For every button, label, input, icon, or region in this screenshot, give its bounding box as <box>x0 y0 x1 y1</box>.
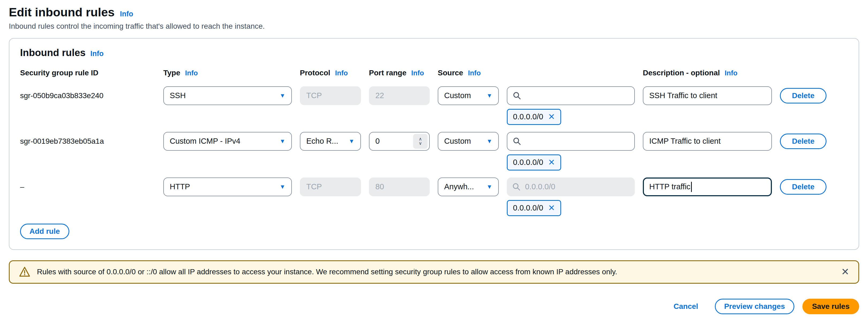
search-icon <box>512 183 521 191</box>
panel-heading: Inbound rules <box>20 47 86 58</box>
description-input[interactable]: ICMP Traffic to client <box>643 132 772 151</box>
delete-button[interactable]: Delete <box>780 88 827 104</box>
preview-changes-button[interactable]: Preview changes <box>715 299 794 314</box>
rule-row-icmp: sgr-0019eb7383eb05a1a Custom ICMP - IPv4… <box>20 132 848 177</box>
source-mode-value: Anywh... <box>444 182 474 191</box>
description-info-link[interactable]: Info <box>725 69 738 77</box>
chevron-down-icon: ▼ <box>487 92 492 99</box>
protocol-field: TCP <box>300 177 361 196</box>
search-placeholder: 0.0.0.0/0 <box>525 182 555 191</box>
warning-triangle-icon <box>19 266 31 277</box>
search-icon <box>513 91 521 100</box>
column-header-type: Type Info <box>163 68 292 77</box>
chevron-down-icon: ▼ <box>349 138 354 145</box>
port-range-info-link[interactable]: Info <box>411 69 424 77</box>
cancel-button[interactable]: Cancel <box>671 299 701 314</box>
page-subtitle: Inbound rules control the incoming traff… <box>9 22 859 31</box>
delete-button[interactable]: Delete <box>780 179 827 195</box>
rule-row-ssh: sgr-050b9ca03b833e240 SSH ▼ TCP 22 Custo… <box>20 86 848 132</box>
page-header: Edit inbound rules Info Inbound rules co… <box>0 0 868 31</box>
port-range-value: 0 <box>375 137 380 146</box>
warning-text: Rules with source of 0.0.0.0/0 or ::/0 a… <box>37 268 617 276</box>
text-cursor <box>691 182 692 192</box>
delete-button[interactable]: Delete <box>780 134 827 149</box>
type-select-value: HTTP <box>170 182 190 191</box>
source-chip-cell: 0.0.0.0/0 ✕ <box>507 155 635 170</box>
stepper-arrows-icon[interactable]: ∧ ∨ <box>413 134 428 149</box>
description-input-focused[interactable]: HTTP traffic <box>643 177 772 196</box>
protocol-info-link[interactable]: Info <box>335 69 348 77</box>
column-header-port-range: Port range Info <box>369 68 430 77</box>
protocol-select-value: Echo R... <box>306 137 338 146</box>
chevron-down-icon: ▼ <box>280 138 285 145</box>
save-rules-button[interactable]: Save rules <box>802 299 859 314</box>
source-search-input-disabled: 0.0.0.0/0 <box>507 177 635 196</box>
type-select-value: SSH <box>170 91 186 100</box>
remove-chip-icon[interactable]: ✕ <box>548 203 555 213</box>
type-select-value: Custom ICMP - IPv4 <box>170 137 241 146</box>
description-input[interactable]: SSH Traffic to client <box>643 86 772 105</box>
source-chip-cell: 0.0.0.0/0 ✕ <box>507 200 635 216</box>
page-title-info-link[interactable]: Info <box>120 10 133 18</box>
port-range-stepper[interactable]: 0 ∧ ∨ <box>369 132 430 151</box>
search-icon <box>513 137 521 146</box>
rule-id: sgr-0019eb7383eb05a1a <box>20 137 155 146</box>
cidr-chip-label: 0.0.0.0/0 <box>513 158 543 167</box>
rule-id: – <box>20 183 155 191</box>
column-header-row: Security group rule ID Type Info Protoco… <box>20 68 848 77</box>
type-select[interactable]: Custom ICMP - IPv4 ▼ <box>163 132 292 151</box>
page-title: Edit inbound rules <box>9 5 115 19</box>
column-header-source: Source Info <box>438 68 499 77</box>
close-icon[interactable]: ✕ <box>841 267 849 277</box>
type-select[interactable]: SSH ▼ <box>163 86 292 105</box>
source-search-input[interactable] <box>507 132 635 151</box>
rule-id: sgr-050b9ca03b833e240 <box>20 91 155 100</box>
protocol-select[interactable]: Echo R... ▼ <box>300 132 361 151</box>
column-header-rule-id: Security group rule ID <box>20 68 155 77</box>
chevron-down-icon: ▼ <box>487 184 492 190</box>
chevron-down-icon: ▼ <box>280 92 285 99</box>
column-header-protocol: Protocol Info <box>300 68 361 77</box>
remove-chip-icon[interactable]: ✕ <box>548 157 555 167</box>
cidr-chip: 0.0.0.0/0 ✕ <box>507 109 561 125</box>
source-info-link[interactable]: Info <box>468 69 481 77</box>
footer-actions: Cancel Preview changes Save rules <box>9 299 859 314</box>
cidr-chip-label: 0.0.0.0/0 <box>513 112 543 121</box>
panel-heading-info-link[interactable]: Info <box>91 50 103 58</box>
type-info-link[interactable]: Info <box>185 69 198 77</box>
port-range-field: 22 <box>369 86 430 105</box>
source-mode-value: Custom <box>444 137 471 146</box>
source-mode-select[interactable]: Anywh... ▼ <box>438 177 499 196</box>
source-mode-value: Custom <box>444 91 471 100</box>
cidr-chip: 0.0.0.0/0 ✕ <box>507 200 561 216</box>
chevron-down-icon: ▼ <box>280 184 285 190</box>
rule-row-http: – HTTP ▼ TCP 80 Anywh... ▼ 0.0.0.0/0 HTT… <box>20 177 848 223</box>
source-mode-select[interactable]: Custom ▼ <box>438 86 499 105</box>
source-search-input[interactable] <box>507 86 635 105</box>
warning-banner: Rules with source of 0.0.0.0/0 or ::/0 a… <box>9 260 859 284</box>
chevron-down-icon: ▼ <box>487 138 492 145</box>
port-range-field: 80 <box>369 177 430 196</box>
inbound-rules-panel: Inbound rules Info Security group rule I… <box>9 38 859 250</box>
remove-chip-icon[interactable]: ✕ <box>548 112 555 122</box>
source-chip-cell: 0.0.0.0/0 ✕ <box>507 109 635 125</box>
source-mode-select[interactable]: Custom ▼ <box>438 132 499 151</box>
cidr-chip-label: 0.0.0.0/0 <box>513 203 543 212</box>
protocol-field: TCP <box>300 86 361 105</box>
column-header-description: Description - optional Info <box>643 68 772 77</box>
type-select[interactable]: HTTP ▼ <box>163 177 292 196</box>
cidr-chip: 0.0.0.0/0 ✕ <box>507 155 561 170</box>
add-rule-button[interactable]: Add rule <box>20 224 69 239</box>
